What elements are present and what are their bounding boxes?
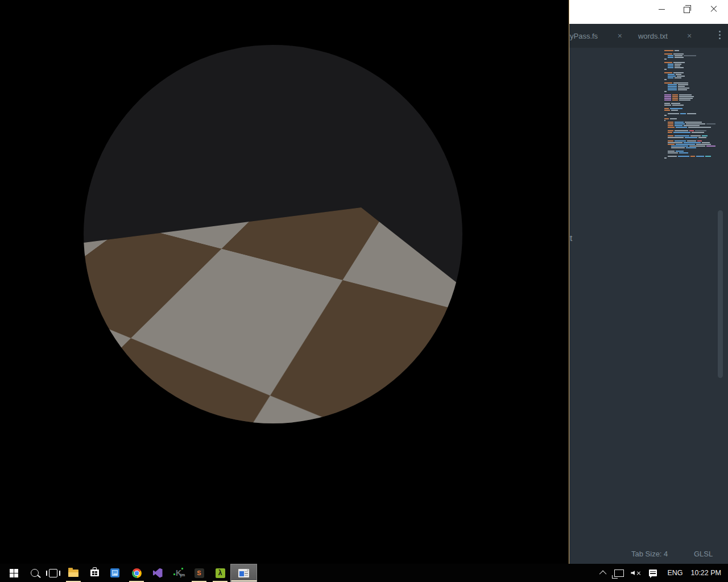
language-indicator[interactable]: ENG xyxy=(661,564,688,582)
minimap-line xyxy=(664,105,717,106)
minimap-line xyxy=(664,79,717,80)
mute-x-icon xyxy=(636,571,641,575)
minimap-line xyxy=(664,57,717,58)
visual-studio-button[interactable] xyxy=(147,564,168,582)
minimap-line xyxy=(664,76,717,77)
volume-status[interactable] xyxy=(627,564,644,582)
minimap-line xyxy=(664,157,717,159)
minimap-line xyxy=(664,122,717,123)
editor-titlebar xyxy=(569,0,728,24)
chrome-icon xyxy=(132,568,142,578)
minimap-line xyxy=(664,59,717,60)
lambda-icon: λ xyxy=(216,568,225,578)
editor-scrollbar[interactable] xyxy=(718,210,723,378)
minimap-line xyxy=(664,62,717,63)
windows-logo-icon xyxy=(10,569,18,577)
chevron-up-icon xyxy=(599,570,607,577)
running-indicator xyxy=(231,580,257,581)
sublime-text-icon: S xyxy=(195,568,204,578)
store-button[interactable] xyxy=(84,564,105,582)
file-explorer-button[interactable] xyxy=(63,564,84,582)
minimap-line xyxy=(664,94,717,95)
tab-label: words.txt xyxy=(638,32,668,40)
minimap-line xyxy=(664,82,717,84)
restore-button[interactable] xyxy=(675,0,701,18)
speaker-icon xyxy=(631,571,635,575)
minimap-line xyxy=(664,81,717,82)
tab-overflow-menu-icon[interactable] xyxy=(719,31,721,41)
tab-words-txt[interactable]: words.txt × xyxy=(622,24,708,48)
app-window-icon xyxy=(238,569,249,577)
task-view-button[interactable] xyxy=(43,564,63,582)
minimap-line xyxy=(664,139,717,140)
minimap-line xyxy=(664,154,717,155)
minimap-line xyxy=(664,98,717,99)
minimap-line xyxy=(664,50,717,51)
notification-icon xyxy=(649,569,657,576)
minimap-line xyxy=(664,125,717,126)
network-status[interactable] xyxy=(610,564,627,582)
code-minimap[interactable] xyxy=(664,50,717,159)
network-icon xyxy=(614,569,624,577)
minimap-line xyxy=(664,147,717,148)
minimap-line xyxy=(664,149,717,150)
code-editor-area[interactable]: t xyxy=(569,48,728,544)
minimap-line xyxy=(664,140,717,142)
minimap-line xyxy=(664,70,717,72)
tab-pass-fs[interactable]: yPass.fs × xyxy=(569,24,622,48)
minimap-line xyxy=(664,115,717,116)
tab-label: yPass.fs xyxy=(570,32,598,40)
chrome-button[interactable] xyxy=(126,564,147,582)
tray-expand-button[interactable] xyxy=(597,564,610,582)
minimap-line xyxy=(664,64,717,65)
clock[interactable]: 10:22 PM xyxy=(688,564,728,582)
minimap-line xyxy=(664,156,717,157)
minimize-button[interactable] xyxy=(648,0,675,18)
checkered-sphere xyxy=(218,239,242,263)
minimap-line xyxy=(664,130,717,131)
store-bag-icon xyxy=(90,569,99,576)
minimap-line xyxy=(664,135,717,136)
kjm-app-icon: Kjm xyxy=(176,569,181,577)
spotlight-circle xyxy=(84,45,462,423)
tab-size-indicator[interactable]: Tab Size: 4 xyxy=(631,550,668,558)
minimap-line xyxy=(664,151,717,152)
task-view-icon xyxy=(49,569,57,577)
syntax-indicator[interactable]: GLSL xyxy=(694,550,713,558)
floor-vignette xyxy=(84,45,462,423)
minimap-line xyxy=(664,110,717,111)
photos-button[interactable] xyxy=(105,564,125,582)
minimap-line xyxy=(664,118,717,119)
windows-taskbar: Kjm S λ ENG 10:22 PM xyxy=(0,564,728,582)
opengl-render-window[interactable] xyxy=(0,0,569,568)
minimap-line xyxy=(664,89,717,90)
text-editor-window[interactable]: yPass.fs × words.txt × t Tab Size: 4 GLS… xyxy=(569,0,728,564)
minimap-line xyxy=(664,108,717,109)
action-center-button[interactable] xyxy=(644,564,661,582)
tab-close-icon[interactable]: × xyxy=(618,31,622,40)
lambda-app-button[interactable]: λ xyxy=(210,564,230,582)
photos-icon xyxy=(110,568,119,577)
tab-bar: yPass.fs × words.txt × xyxy=(569,24,728,48)
minimap-line xyxy=(664,67,717,68)
active-app-button[interactable] xyxy=(230,564,257,582)
close-button[interactable] xyxy=(701,0,727,18)
close-icon xyxy=(710,6,717,13)
minimap-line xyxy=(664,74,717,75)
folder-icon xyxy=(68,569,78,577)
minimap-line xyxy=(664,99,717,101)
minimap-line xyxy=(664,120,717,121)
search-button[interactable] xyxy=(24,564,45,582)
tab-close-icon[interactable]: × xyxy=(687,31,692,40)
sublime-text-button[interactable]: S xyxy=(189,564,209,582)
minimap-line xyxy=(664,103,717,104)
minimap-line xyxy=(664,88,717,89)
minimap-line xyxy=(664,65,717,66)
minimap-line xyxy=(664,101,717,102)
kjm-app-button[interactable]: Kjm xyxy=(168,564,189,582)
start-button[interactable] xyxy=(3,564,24,582)
minimap-line xyxy=(664,123,717,124)
minimap-line xyxy=(664,142,717,143)
minimap-line xyxy=(664,84,717,85)
minimap-line xyxy=(664,127,717,128)
